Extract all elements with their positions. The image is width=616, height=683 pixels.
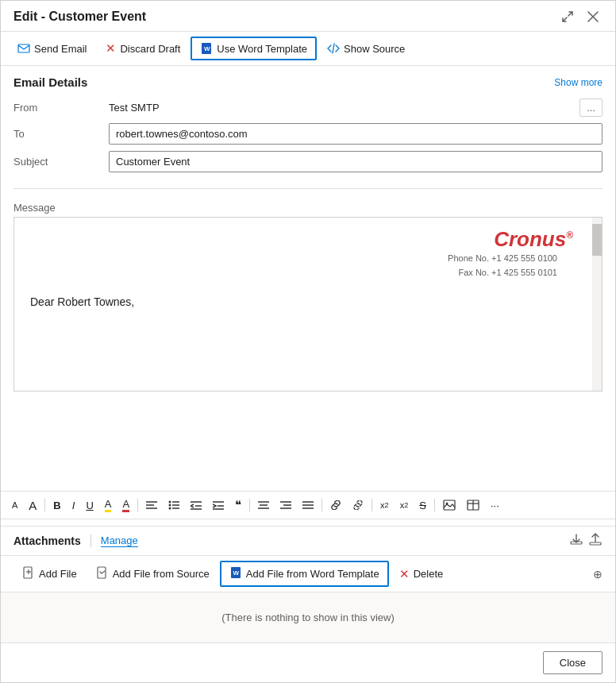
dialog-footer: Close <box>1 642 615 682</box>
bold-btn[interactable]: B <box>48 496 65 515</box>
font-size-large-btn[interactable]: A <box>24 496 41 515</box>
close-button[interactable] <box>583 9 603 25</box>
rte-divider-1 <box>44 499 45 511</box>
manage-link[interactable]: Manage <box>101 534 138 547</box>
message-scrollbar[interactable] <box>592 218 602 391</box>
rte-divider-4 <box>321 499 322 511</box>
blockquote-btn[interactable]: ❝ <box>230 495 246 515</box>
discard-icon: ✕ <box>106 41 116 56</box>
attachments-header-right <box>569 533 603 549</box>
italic-btn[interactable]: I <box>67 496 80 515</box>
expand-button[interactable] <box>558 9 577 25</box>
indent-btn[interactable] <box>208 497 229 513</box>
close-button[interactable]: Close <box>543 651 603 674</box>
insert-table-btn[interactable] <box>462 496 484 514</box>
font-size-small-btn[interactable]: A <box>7 497 22 513</box>
section-title: Email Details <box>13 75 87 89</box>
rte-toolbar: A A B I U A A ❝ <box>1 491 615 519</box>
add-file-word-label: Add File from Word Template <box>246 568 379 580</box>
add-file-word-icon: W <box>229 566 242 581</box>
svg-rect-37 <box>98 567 106 578</box>
outdent-btn[interactable] <box>186 497 206 513</box>
delete-button[interactable]: ✕ Delete <box>391 562 452 586</box>
subject-input[interactable] <box>109 151 603 172</box>
empty-view: (There is nothing to show in this view) <box>1 592 615 642</box>
scrollbar-thumb <box>592 224 602 256</box>
from-value-area: Test SMTP ... <box>109 98 603 117</box>
rte-divider-3 <box>249 499 250 511</box>
source-icon <box>327 43 340 54</box>
attachments-section: Attachments Manage Add File <box>1 526 615 642</box>
subject-label: Subject <box>13 156 109 168</box>
to-input[interactable] <box>109 123 603 145</box>
text-color-btn[interactable]: A <box>117 495 134 515</box>
attachments-header: Attachments Manage <box>1 527 615 556</box>
show-more-link[interactable]: Show more <box>554 77 603 88</box>
att-pin-btn[interactable]: ⊕ <box>593 568 603 581</box>
show-source-label: Show Source <box>344 43 405 55</box>
att-export-btn[interactable] <box>569 533 583 549</box>
dialog-title: Edit - Customer Event <box>13 10 146 24</box>
discard-draft-label: Discard Draft <box>120 43 180 55</box>
discard-draft-button[interactable]: ✕ Discard Draft <box>97 37 189 60</box>
subscript-btn[interactable]: x2 <box>395 497 414 513</box>
expand-icon <box>561 10 574 23</box>
send-email-button[interactable]: Send Email <box>9 38 95 60</box>
cronus-header: Cronus® Phone No. +1 425 555 0100 Fax No… <box>27 227 589 280</box>
to-row: To <box>13 123 603 145</box>
align-center-btn[interactable] <box>253 497 274 513</box>
attachments-toolbar: Add File Add File from Source W Add File… <box>1 556 615 592</box>
message-label: Message <box>13 202 603 214</box>
rte-divider-6 <box>434 499 435 511</box>
delete-label: Delete <box>414 568 444 580</box>
add-file-word-button[interactable]: W Add File from Word Template <box>220 561 389 587</box>
underline-btn[interactable]: U <box>81 496 98 515</box>
att-divider <box>90 534 91 547</box>
svg-rect-34 <box>24 567 32 578</box>
delete-icon: ✕ <box>399 567 410 581</box>
from-label: From <box>13 102 109 114</box>
svg-point-10 <box>169 507 171 510</box>
align-right-btn[interactable] <box>275 497 296 513</box>
rte-divider-5 <box>372 499 372 511</box>
svg-rect-0 <box>18 44 29 52</box>
align-left-btn[interactable] <box>141 497 162 513</box>
send-icon <box>17 43 30 54</box>
unlink-btn[interactable] <box>348 497 368 513</box>
from-row: From Test SMTP ... <box>13 98 603 117</box>
show-source-button[interactable]: Show Source <box>318 38 414 60</box>
section-header: Email Details Show more <box>13 75 603 89</box>
section-divider <box>13 188 603 189</box>
att-upload-btn[interactable] <box>588 533 603 549</box>
dialog-header: Edit - Customer Event <box>1 1 615 32</box>
message-editor[interactable]: Cronus® Phone No. +1 425 555 0100 Fax No… <box>13 217 603 392</box>
rte-divider-2 <box>137 499 138 511</box>
cronus-contact: Phone No. +1 425 555 0100 Fax No. +1 425… <box>27 252 573 280</box>
dear-text: Dear Robert Townes, <box>27 295 589 308</box>
insert-image-btn[interactable] <box>438 496 460 514</box>
from-value: Test SMTP <box>109 102 160 114</box>
strikethrough-btn[interactable]: S <box>414 496 431 515</box>
svg-point-8 <box>169 504 171 507</box>
more-btn[interactable]: ··· <box>486 496 504 515</box>
to-label: To <box>13 128 109 140</box>
email-details-section: Email Details Show more From Test SMTP .… <box>1 66 615 179</box>
use-word-template-button[interactable]: W Use Word Template <box>191 37 317 60</box>
svg-text:W: W <box>204 45 210 52</box>
cronus-logo: Cronus® <box>27 227 573 252</box>
add-file-button[interactable]: Add File <box>13 561 86 586</box>
att-separator: ⊕ <box>593 568 603 581</box>
bullets-btn[interactable] <box>164 497 184 513</box>
add-file-icon <box>22 566 35 581</box>
add-file-source-button[interactable]: Add File from Source <box>87 561 218 586</box>
empty-message: (There is nothing to show in this view) <box>221 612 394 623</box>
add-file-source-icon <box>96 566 109 581</box>
superscript-btn[interactable]: x2 <box>375 497 394 513</box>
attachments-title: Attachments <box>13 534 81 547</box>
justify-btn[interactable] <box>298 497 318 513</box>
highlight-btn[interactable]: A <box>100 495 117 515</box>
insert-link-btn[interactable] <box>325 497 346 513</box>
from-ellipsis-button[interactable]: ... <box>579 98 603 117</box>
close-icon <box>587 10 599 23</box>
header-actions <box>558 9 603 25</box>
